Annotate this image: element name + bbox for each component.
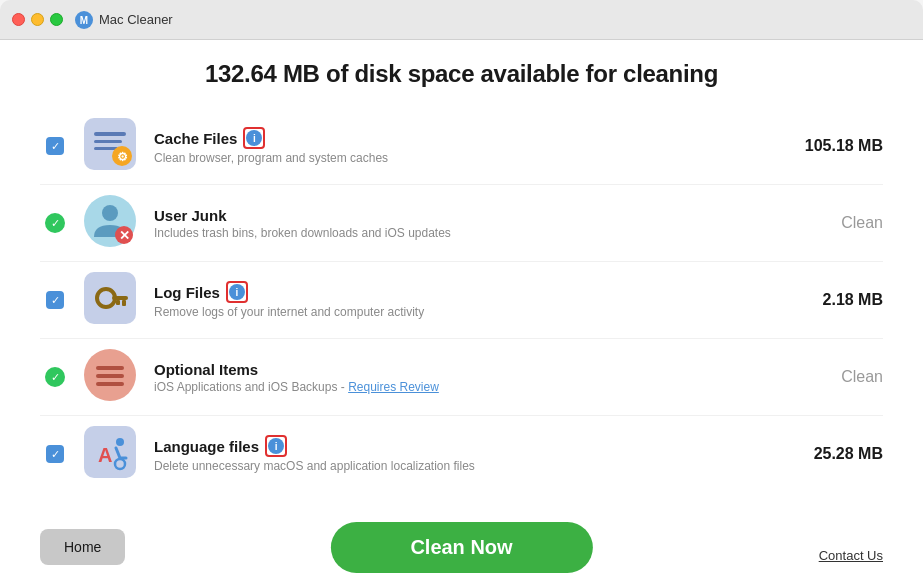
svg-rect-14 [112,296,128,300]
text-log-files: Log Files i Remove logs of your internet… [154,281,773,319]
text-language-files: Language files i Delete unnecessary macO… [154,435,773,473]
text-optional-items: Optional Items iOS Applications and iOS … [154,361,773,394]
svg-text:⚙: ⚙ [117,150,128,164]
desc-user-junk: Includes trash bins, broken downloads an… [154,226,773,240]
checkbox-user-junk[interactable]: ✓ [40,213,70,233]
desc-cache-files: Clean browser, program and system caches [154,151,773,165]
info-badge-log-files[interactable]: i [226,281,248,303]
main-content: 132.64 MB of disk space available for cl… [0,40,923,581]
svg-rect-4 [94,140,122,143]
app-title-area: M Mac Cleaner [75,11,173,29]
app-icon: M [75,11,93,29]
item-row-log-files: ✓ Log Files i Remo [40,262,883,339]
svg-rect-19 [96,374,124,378]
svg-rect-20 [96,382,124,386]
requires-review-link[interactable]: Requires Review [348,380,439,394]
desc-language-files: Delete unnecessary macOS and application… [154,459,773,473]
info-icon-language-files: i [268,438,284,454]
home-button[interactable]: Home [40,529,125,565]
svg-rect-3 [94,132,126,136]
close-button[interactable] [12,13,25,26]
checkbox-language-files[interactable]: ✓ [40,445,70,463]
info-badge-cache-files[interactable]: i [243,127,265,149]
app-name: Mac Cleaner [99,12,173,27]
svg-text:M: M [80,15,88,26]
checkbox-cache-files[interactable]: ✓ [40,137,70,155]
title-language-files: Language files [154,438,259,455]
svg-rect-12 [84,272,136,324]
icon-log-files [84,272,140,328]
desc-optional-items: iOS Applications and iOS Backups - Requi… [154,380,773,394]
svg-text:✕: ✕ [119,228,130,243]
item-row-optional-items: ✓ Optional Items iOS Applications and iO… [40,339,883,416]
svg-rect-18 [96,366,124,370]
svg-rect-16 [116,300,120,305]
text-user-junk: User Junk Includes trash bins, broken do… [154,207,773,240]
icon-optional-items [84,349,140,405]
title-cache-files: Cache Files [154,130,237,147]
svg-text:A: A [98,444,112,466]
svg-point-23 [116,438,124,446]
bottom-bar: Home Clean Now Contact Us [40,517,883,571]
info-icon-log-files: i [229,284,245,300]
icon-cache-files: ⚙ [84,118,140,174]
items-list: ✓ ⚙ Cache Files i [40,108,883,517]
item-row-language-files: ✓ A Language files i [40,416,883,492]
size-optional-items: Clean [773,368,883,386]
info-badge-language-files[interactable]: i [265,435,287,457]
maximize-button[interactable] [50,13,63,26]
icon-language-files: A [84,426,140,482]
size-log-files: 2.18 MB [773,291,883,309]
clean-now-button[interactable]: Clean Now [330,522,592,573]
title-user-junk: User Junk [154,207,227,224]
size-language-files: 25.28 MB [773,445,883,463]
item-row-cache-files: ✓ ⚙ Cache Files i [40,108,883,185]
info-icon-cache-files: i [246,130,262,146]
headline: 132.64 MB of disk space available for cl… [40,60,883,88]
svg-rect-15 [122,300,126,306]
size-user-junk: Clean [773,214,883,232]
checkbox-optional-items[interactable]: ✓ [40,367,70,387]
title-optional-items: Optional Items [154,361,258,378]
item-row-user-junk: ✓ ✕ User Junk Includes trash bins, broke… [40,185,883,262]
text-cache-files: Cache Files i Clean browser, program and… [154,127,773,165]
svg-point-9 [102,205,118,221]
traffic-lights [12,13,63,26]
desc-log-files: Remove logs of your internet and compute… [154,305,773,319]
checkbox-log-files[interactable]: ✓ [40,291,70,309]
size-cache-files: 105.18 MB [773,137,883,155]
icon-user-junk: ✕ [84,195,140,251]
contact-us-link[interactable]: Contact Us [819,548,883,563]
title-bar: M Mac Cleaner [0,0,923,40]
title-log-files: Log Files [154,284,220,301]
minimize-button[interactable] [31,13,44,26]
